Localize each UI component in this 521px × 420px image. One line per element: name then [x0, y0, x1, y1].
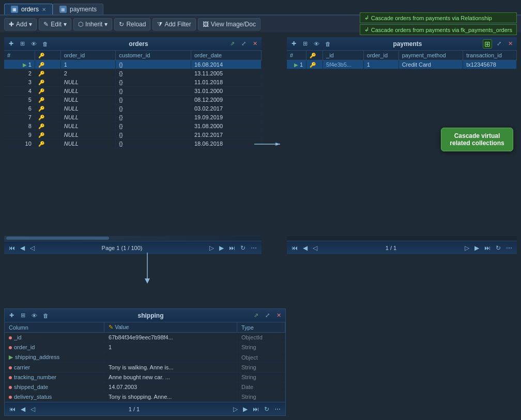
orders-expand-btn[interactable]: ⤢ — [239, 39, 248, 49]
row-order-date: 03.02.2017 — [191, 104, 262, 113]
orders-eye-btn[interactable]: 👁 — [29, 39, 38, 49]
shipping-trash-btn[interactable]: 🗑 — [41, 311, 50, 320]
orders-close-btn[interactable]: ✕ — [250, 39, 259, 49]
payments-eye-btn[interactable]: 👁 — [312, 39, 321, 49]
orders-trash-btn[interactable]: 🗑 — [40, 39, 50, 49]
connector-svg — [140, 253, 155, 284]
orders-last-btn[interactable]: ⏭ — [227, 244, 237, 252]
add-button[interactable]: ✚ Add ▾ — [4, 18, 37, 30]
row-key: 🔑 — [35, 96, 60, 104]
tab-orders[interactable]: ▦ orders ✕ — [4, 4, 53, 14]
cascade-item-1[interactable]: ↲ Cascade orders from payments via Relat… — [360, 12, 517, 23]
orders-table-row[interactable]: ▶ 1 🔑 1 {} 16.08.2014 — [4, 60, 262, 69]
pay-col-id[interactable]: _id — [323, 51, 364, 60]
pay-col-hash: # — [287, 51, 307, 60]
orders-table-row[interactable]: 3 🔑 NULL {} 11.01.2018 — [4, 78, 262, 87]
toolbar: ✚ Add ▾ ✎ Edit ▾ ⬡ Inherit ▾ ↻ Reload ⧩ … — [0, 15, 521, 33]
orders-next2-btn[interactable]: ▶ — [218, 244, 225, 252]
orders-table-row[interactable]: 2 🔑 2 {} 13.11.2005 — [4, 69, 262, 78]
payments-next-btn[interactable]: ▷ — [463, 244, 471, 252]
shipping-prev-btn[interactable]: ◀ — [19, 405, 27, 413]
shipping-dots-btn[interactable]: ⋯ — [273, 405, 282, 413]
shipping-link-btn[interactable]: ⇗ — [251, 311, 260, 320]
payments-last-btn[interactable]: ⏭ — [483, 244, 492, 252]
orders-table-row[interactable]: 9 🔑 NULL {} 21.02.2017 — [4, 131, 262, 139]
tab-orders-close[interactable]: ✕ — [42, 7, 46, 12]
shipping-col-name: shipped_date — [5, 382, 104, 392]
pay-col-transaction[interactable]: transaction_id — [463, 51, 517, 60]
shipping-add-btn[interactable]: ✚ — [7, 311, 16, 320]
col-order-id[interactable]: order_id — [60, 51, 116, 60]
shipping-table-row[interactable]: tracking_numberAnne bought new car. ...S… — [5, 372, 285, 382]
payments-prev-btn[interactable]: ◀ — [301, 244, 309, 252]
payments-prev2-btn[interactable]: ◁ — [311, 244, 319, 252]
row-order-date: 31.08.2000 — [191, 122, 262, 131]
orders-first-btn[interactable]: ⏮ — [7, 244, 17, 252]
payments-table-row[interactable]: ▶ 1 🔑 5f4e3b5... 1 Credit Card tx1234567… — [287, 60, 517, 69]
inherit-chevron: ▾ — [104, 21, 108, 28]
orders-next-btn[interactable]: ▷ — [208, 244, 216, 252]
shipping-table-row[interactable]: _id67b84f34e99eec7b98f4...ObjectId — [5, 333, 285, 343]
payments-trash-btn[interactable]: 🗑 — [323, 39, 332, 49]
row-order-date: 13.11.2005 — [191, 69, 262, 78]
reload-button[interactable]: ↻ Reload — [114, 18, 150, 30]
shipping-close-btn[interactable]: ✕ — [274, 311, 283, 320]
shipping-table-row[interactable]: carrierTony is walking. Anne is...String — [5, 363, 285, 372]
row-customer-id: {} — [116, 69, 191, 78]
payments-dots-btn[interactable]: ⋯ — [504, 244, 514, 252]
payments-expand-btn[interactable]: ⤢ — [494, 39, 503, 49]
shipping-footer: ⏮ ◀ ◁ 1 / 1 ▷ ▶ ⏭ ↻ ⋯ — [5, 402, 285, 415]
payments-add-btn[interactable]: ✚ — [289, 39, 298, 49]
shipping-eye-btn[interactable]: 👁 — [29, 311, 39, 320]
orders-to-shipping-connector — [140, 253, 155, 285]
shipping-panel-header: ✚ ⊞ 👁 🗑 shipping ⇗ ⤢ ✕ — [5, 309, 285, 322]
shipping-col-value: 14.07.2003 — [104, 382, 237, 392]
orders-table-row[interactable]: 8 🔑 NULL {} 31.08.2000 — [4, 122, 262, 131]
shipping-refresh-btn[interactable]: ↻ — [263, 405, 271, 413]
shipping-col-type: String — [237, 363, 285, 372]
orders-group-btn[interactable]: ⊞ — [18, 39, 27, 49]
orders-table-row[interactable]: 10 🔑 NULL {} 18.06.2018 — [4, 139, 262, 148]
shipping-table-row[interactable]: ▶shipping_addressObject — [5, 352, 285, 363]
col-order-date[interactable]: order_date — [191, 51, 262, 60]
add-filter-button[interactable]: ⧩ Add Filter — [152, 18, 195, 30]
shipping-prev2-btn[interactable]: ◁ — [29, 405, 37, 413]
shipping-next2-btn[interactable]: ▶ — [241, 405, 249, 413]
orders-table-row[interactable]: 4 🔑 NULL {} 31.01.2000 — [4, 87, 262, 96]
shipping-next-btn[interactable]: ▷ — [232, 405, 239, 413]
edit-button[interactable]: ✎ Edit ▾ — [39, 18, 71, 30]
payments-next2-btn[interactable]: ▶ — [473, 244, 481, 252]
row-num: 3 — [4, 78, 35, 87]
orders-dots-btn[interactable]: ⋯ — [249, 244, 258, 252]
shipping-table-row[interactable]: shipped_date14.07.2003Date — [5, 382, 285, 392]
orders-refresh-btn[interactable]: ↻ — [239, 244, 247, 252]
payments-first-btn[interactable]: ⏮ — [290, 244, 299, 252]
tab-payments[interactable]: ▦ payments — [53, 4, 103, 14]
shipping-group-btn[interactable]: ⊞ — [18, 311, 27, 320]
orders-table-scroll[interactable]: # 🔑 order_id customer_id order_date ▶ 1 … — [4, 51, 262, 236]
payments-close-btn[interactable]: ✕ — [505, 39, 515, 49]
inherit-button[interactable]: ⬡ Inherit ▾ — [73, 18, 112, 30]
shipping-first-btn[interactable]: ⏮ — [8, 405, 17, 413]
shipping-expand-btn[interactable]: ⤢ — [263, 311, 272, 320]
payments-refresh-btn[interactable]: ↻ — [494, 244, 502, 252]
orders-table-row[interactable]: 5 🔑 NULL {} 08.12.2009 — [4, 96, 262, 104]
payments-group-btn[interactable]: ⊞ — [300, 39, 310, 49]
shipping-col-type: ObjectId — [237, 333, 285, 343]
orders-prev-btn[interactable]: ◀ — [19, 244, 26, 252]
shipping-title: shipping — [52, 312, 249, 319]
payments-cascade-btn[interactable]: ⊞ — [483, 39, 492, 49]
orders-table-row[interactable]: 6 🔑 NULL {} 03.02.2017 — [4, 104, 262, 113]
orders-link-btn[interactable]: ⇗ — [227, 39, 237, 49]
orders-add-btn[interactable]: ✚ — [6, 39, 16, 49]
view-image-button[interactable]: 🖼 View Image/Doc — [198, 18, 260, 30]
shipping-last-btn[interactable]: ⏭ — [251, 405, 260, 413]
shipping-table-row[interactable]: delivery_statusTony is shopping. Anne...… — [5, 392, 285, 402]
pay-col-order-id[interactable]: order_id — [363, 51, 399, 60]
orders-table-row[interactable]: 7 🔑 NULL {} 19.09.2019 — [4, 113, 262, 122]
orders-prev2-btn[interactable]: ◁ — [28, 244, 36, 252]
pay-col-method[interactable]: payment_method — [399, 51, 463, 60]
col-customer-id[interactable]: customer_id — [116, 51, 191, 60]
row-key: 🔑 — [35, 104, 60, 113]
shipping-table-row[interactable]: order_id1String — [5, 343, 285, 352]
